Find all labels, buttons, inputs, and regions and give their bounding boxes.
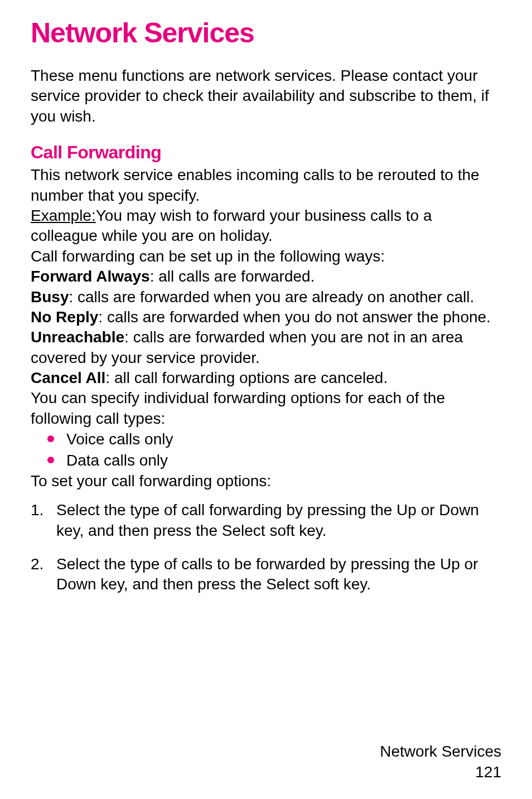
list-item: Data calls only <box>47 450 501 471</box>
footer-page-number: 121 <box>380 762 501 782</box>
list-item: Voice calls only <box>47 429 501 450</box>
step-text-bold: Select <box>222 522 265 539</box>
page-title: Network Services <box>31 17 501 49</box>
section-p2: Call forwarding can be set up in the fol… <box>31 248 385 265</box>
option-no-reply-label: No Reply <box>31 308 98 326</box>
intro-paragraph: These menu functions are network service… <box>31 66 501 127</box>
section-p3: You can specify individual forwarding op… <box>31 389 445 427</box>
option-forward-always-text: : all calls are forwarded. <box>150 268 315 285</box>
option-cancel-all-text: : all call forwarding options are cancel… <box>105 369 388 386</box>
list-item: 2. Select the type of calls to be forwar… <box>31 554 501 595</box>
option-cancel-all-label: Cancel All <box>31 369 105 386</box>
step-number: 2. <box>31 554 43 574</box>
step-text-bold: Select <box>266 575 309 593</box>
option-busy-label: Busy <box>31 288 69 306</box>
section-heading-call-forwarding: Call Forwarding <box>31 142 501 163</box>
steps-list: 1. Select the type of call forwarding by… <box>31 500 501 595</box>
example-label: Example: <box>31 207 96 224</box>
option-busy-text: : calls are forwarded when you are alrea… <box>69 288 474 306</box>
page-footer: Network Services 121 <box>380 742 501 782</box>
section-p4: To set your call forwarding options: <box>31 471 501 491</box>
step-text-post: soft key. <box>265 522 327 539</box>
option-no-reply-text: : calls are forwarded when you do not an… <box>98 308 491 326</box>
footer-section-label: Network Services <box>380 742 501 762</box>
step-text-post: soft key. <box>309 575 371 593</box>
section-body: This network service enables incoming ca… <box>31 165 501 429</box>
call-type-bullets: Voice calls only Data calls only <box>47 429 501 471</box>
option-forward-always-label: Forward Always <box>31 268 150 285</box>
list-item: 1. Select the type of call forwarding by… <box>31 500 501 541</box>
option-unreachable-label: Unreachable <box>31 328 124 346</box>
section-p1: This network service enables incoming ca… <box>31 166 480 204</box>
step-number: 1. <box>31 500 43 520</box>
